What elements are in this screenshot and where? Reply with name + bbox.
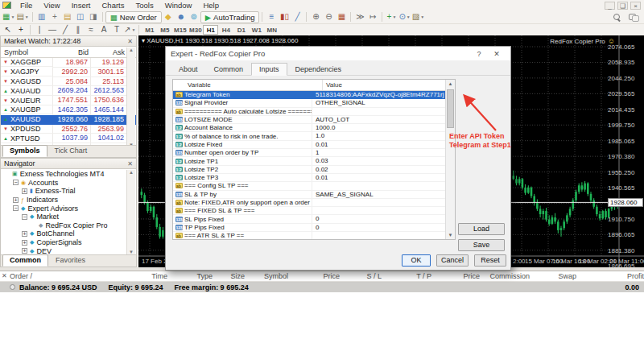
close-icon[interactable]: ✕	[127, 38, 133, 45]
close-icon[interactable]: ✕	[488, 50, 506, 58]
bar-chart-button[interactable]: ≡	[265, 11, 278, 23]
menu-tools[interactable]: Tools	[130, 1, 159, 10]
menu-charts[interactable]: Charts	[97, 1, 130, 10]
metaeditor-button[interactable]: ◆	[162, 11, 175, 23]
menu-help[interactable]: Help	[197, 1, 225, 10]
inputs-table-scrollbar[interactable]: ▲ ▼	[445, 80, 455, 239]
navigator-scrollbar[interactable]: ▲▼	[126, 170, 135, 254]
input-value[interactable]: 1000.0	[312, 124, 444, 131]
symbol-row-xaueur[interactable]: ▼XAUEUR1747.5511750.636	[1, 96, 136, 105]
input-row[interactable]: abTelegram Token5118314806:AAFxkdZVqzQ-o…	[173, 91, 455, 99]
tree-item-exness-trial[interactable]: +▮Exness-Trial	[1, 187, 136, 196]
input-value[interactable]: 0.01	[312, 141, 444, 148]
timeframe-m30-button[interactable]: M30	[188, 25, 203, 35]
menu-insert[interactable]: Insert	[66, 1, 97, 10]
terminal-column-commission[interactable]: Commission	[480, 272, 530, 280]
terminal-column-swap[interactable]: Swap	[530, 272, 576, 280]
expand-icon[interactable]: +	[22, 248, 27, 254]
timeframe-m1-button[interactable]: M1	[142, 25, 157, 35]
input-row[interactable]: ab=== ATR SL & TP ==	[173, 232, 455, 240]
expand-icon[interactable]: +	[22, 188, 27, 194]
new-chart-button[interactable]: ▦▼	[2, 11, 15, 23]
input-row[interactable]: ab=== FIXED SL & TP ===	[173, 207, 455, 215]
tree-item-copiersignals[interactable]: +◆CopierSignals	[1, 238, 136, 247]
timeframe-d1-button[interactable]: D1	[233, 25, 249, 35]
dialog-titlebar[interactable]: Expert - RedFox Copier Pro ? ✕	[166, 47, 510, 60]
close-icon[interactable]: ×	[630, 2, 641, 10]
terminal-column-sl[interactable]: S / L	[340, 272, 382, 280]
menu-file[interactable]: File	[14, 1, 38, 10]
trendline-tool-button[interactable]: ╱	[59, 24, 72, 35]
input-row[interactable]: 1.2Account Balance1000.0	[173, 124, 455, 132]
profiles-button[interactable]: ▤▼	[15, 11, 29, 23]
indicators-button[interactable]: +▼	[385, 11, 398, 23]
tree-item-expert-advisors[interactable]: −◆Expert Advisors	[1, 204, 136, 213]
tree-item-accounts[interactable]: −◉Accounts	[1, 179, 136, 188]
tree-item-dev[interactable]: +◆DEV	[1, 246, 136, 254]
periods-button[interactable]: ⊙▼	[398, 11, 411, 23]
timeframe-mn-button[interactable]: MN	[264, 25, 279, 35]
collapse-icon[interactable]: −	[13, 180, 19, 185]
terminal-column-type[interactable]: Type	[167, 272, 213, 280]
community-button[interactable]: ⊚	[188, 11, 200, 23]
input-row[interactable]: 1.2Lotsize Fixed0.01	[173, 141, 455, 149]
input-value[interactable]	[312, 199, 444, 206]
symbol-row-xpdusd[interactable]: ▼XPDUSD2552.762563.99	[1, 125, 136, 134]
data-window-toggle-button[interactable]: +	[48, 11, 61, 23]
label-tool-button[interactable]: T	[110, 24, 123, 35]
terminal-column-time[interactable]: Time	[47, 272, 167, 280]
input-row[interactable]: 123TP Pips Fixed0	[173, 224, 455, 232]
input-row[interactable]: 123Number open order by TP1	[173, 149, 455, 157]
input-value[interactable]	[312, 232, 444, 239]
input-value[interactable]	[312, 182, 444, 189]
input-row[interactable]: 123Signal ProviderOTHER_SIGNAL	[173, 99, 455, 107]
timeframe-h4-button[interactable]: H4	[218, 25, 233, 35]
zoom-in-button[interactable]: ⊕	[309, 11, 322, 23]
input-row[interactable]: 1.2% of balance to risk in one trade.1.0	[173, 132, 455, 140]
input-value[interactable]: OTHER_SIGNAL	[312, 99, 444, 106]
scroll-up-icon[interactable]: ▲	[129, 48, 134, 52]
fibonacci-tool-button[interactable]: ≈	[85, 24, 97, 35]
cancel-button[interactable]: Cancel	[436, 254, 469, 267]
restore-icon[interactable]: ❏	[617, 2, 628, 10]
tab-favorites[interactable]: Favorites	[48, 254, 93, 267]
scroll-thumb[interactable]	[447, 89, 454, 128]
input-value[interactable]: 0	[312, 224, 444, 231]
tab-common[interactable]: Common	[2, 254, 48, 267]
input-value[interactable]: SAME_AS_SIGNAL	[312, 191, 444, 198]
scroll-up-icon[interactable]: ▲	[129, 170, 134, 175]
minimize-icon[interactable]: _	[605, 2, 615, 10]
menu-window[interactable]: Window	[159, 1, 198, 10]
collapse-icon[interactable]: −	[13, 205, 19, 211]
autotrading-button[interactable]: ▶AutoTrading	[200, 11, 260, 23]
text-tool-button[interactable]: A	[97, 24, 110, 35]
terminal-column-symbol[interactable]: Symbol	[245, 272, 288, 280]
terminal-column-profit[interactable]: Profit	[576, 272, 644, 280]
dialog-tab-dependencies[interactable]: Dependencies	[287, 63, 350, 75]
cursor-tool-button[interactable]: ↖	[2, 24, 14, 35]
channel-tool-button[interactable]: ∥	[72, 24, 85, 35]
input-value[interactable]: 0.02	[312, 166, 444, 173]
tab-symbols[interactable]: Symbols	[2, 145, 47, 157]
input-row[interactable]: ab========== Auto calculate Lotsize ====…	[173, 108, 455, 116]
input-row[interactable]: 1.2Lotsize TP30.01	[173, 174, 455, 182]
input-value[interactable]: 1.0	[312, 132, 444, 139]
input-row[interactable]: 1.2Lotsize TP20.02	[173, 166, 455, 174]
load-button[interactable]: Load	[458, 223, 505, 235]
terminal-column-order[interactable]: Order /	[10, 272, 47, 280]
crosshair-tool-button[interactable]: +	[14, 24, 27, 35]
navigator-toggle-button[interactable]: ▤	[61, 11, 74, 23]
zoom-out-button[interactable]: ⊖	[322, 11, 335, 23]
tree-item-exness-technologies-mt4[interactable]: +▣Exness Technologies MT4	[1, 170, 136, 179]
collapse-icon[interactable]: −	[22, 214, 27, 220]
menu-view[interactable]: View	[38, 1, 65, 10]
market-watch-toggle-button[interactable]: ▥	[35, 11, 48, 23]
input-row[interactable]: abNote: FIXED,ATR only support open a or…	[173, 199, 455, 207]
terminal-column-price[interactable]: Price	[431, 272, 480, 280]
terminal-column-price[interactable]: Price	[288, 272, 340, 280]
symbol-row-xauaud[interactable]: ▲XAUAUD2609.2042612.563	[1, 86, 136, 96]
arrows-tool-button[interactable]: ↗▼	[123, 24, 136, 35]
symbol-row-xagusd[interactable]: ▼XAGUSD25.08425.113	[1, 77, 136, 87]
reset-button[interactable]: Reset	[474, 254, 506, 267]
close-icon[interactable]: ✕	[2, 272, 7, 279]
